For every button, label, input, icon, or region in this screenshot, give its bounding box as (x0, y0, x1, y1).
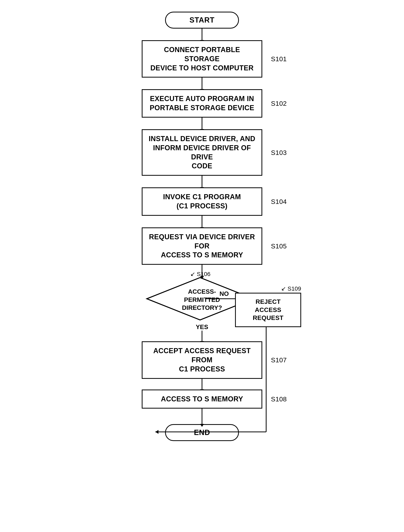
s103-box: INSTALL DEVICE DRIVER, ANDINFORM DEVICE … (142, 129, 262, 176)
s104-wrapper: INVOKE C1 PROGRAM(C1 PROCESS) S104 (142, 187, 262, 216)
s103-wrapper: INSTALL DEVICE DRIVER, ANDINFORM DEVICE … (142, 129, 262, 176)
s105-label: S105 (271, 242, 287, 250)
arrow-s106-s107 (202, 331, 202, 341)
s108-wrapper: ACCESS TO S MEMORY S108 (142, 390, 262, 409)
s107-box: ACCEPT ACCESS REQUEST FROMC1 PROCESS S10… (142, 341, 262, 379)
branch-section: ACCESS-PERMITTEDDIRECTORY? ↙ S106 YES AC… (95, 276, 309, 424)
s101-box: CONNECT PORTABLE STORAGEDEVICE TO HOST C… (142, 40, 262, 77)
s109-wrapper: ↙ S109 REJECT ACCESS REQUEST (235, 285, 301, 327)
s108-box: ACCESS TO S MEMORY S108 (142, 390, 262, 409)
arrow-s102-s103 (202, 118, 202, 129)
arrow-s108-end (202, 409, 202, 424)
arrow-s107-s108 (202, 379, 202, 390)
s102-box: EXECUTE AUTO PROGRAM INPORTABLE STORAGE … (142, 89, 262, 118)
s102-wrapper: EXECUTE AUTO PROGRAM INPORTABLE STORAGE … (142, 89, 262, 118)
s101-wrapper: CONNECT PORTABLE STORAGEDEVICE TO HOST C… (142, 40, 262, 77)
s105-wrapper: REQUEST VIA DEVICE DRIVER FORACCESS TO S… (142, 228, 262, 265)
arrow-s101-s102 (202, 77, 202, 89)
yes-label: YES (196, 323, 208, 331)
s101-label: S101 (271, 55, 287, 63)
s105-box: REQUEST VIA DEVICE DRIVER FORACCESS TO S… (142, 228, 262, 265)
s108-label: S108 (271, 395, 287, 403)
s106-diamond-text: ACCESS-PERMITTEDDIRECTORY? (175, 288, 229, 312)
arrow-s104-s105 (202, 216, 202, 228)
s102-label: S102 (271, 99, 287, 108)
flowchart: START CONNECT PORTABLE STORAGEDEVICE TO … (85, 12, 319, 441)
s109-step-label: ↙ S109 (281, 285, 301, 292)
s104-box: INVOKE C1 PROGRAM(C1 PROCESS) S104 (142, 187, 262, 216)
s104-label: S104 (271, 197, 287, 206)
arrow-s103-s104 (202, 176, 202, 187)
arrow-start-s101 (202, 29, 202, 40)
s103-label: S103 (271, 148, 287, 157)
s107-label: S107 (271, 356, 287, 364)
svg-marker-5 (155, 430, 159, 434)
s107-wrapper: ACCEPT ACCESS REQUEST FROMC1 PROCESS S10… (142, 341, 262, 379)
start-terminal: START (165, 12, 239, 29)
s109-box: REJECT ACCESS REQUEST (235, 293, 301, 327)
s106-step-label: ↙ S106 (190, 271, 210, 277)
